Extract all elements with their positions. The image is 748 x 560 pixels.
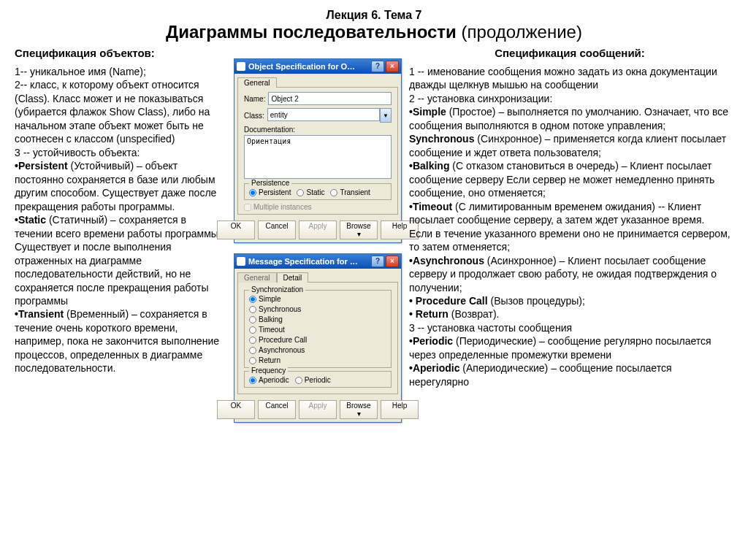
documentation-label: Documentation: bbox=[244, 126, 392, 134]
persistent-item: •Persistent (Устойчивый) – объект постоя… bbox=[15, 159, 226, 213]
objects-spec-heading: Спецификация объектов: bbox=[15, 47, 226, 59]
browse-button[interactable]: Browse ▾ bbox=[340, 220, 378, 239]
cancel-button[interactable]: Cancel bbox=[258, 400, 296, 419]
asynchronous-label: •Asynchronous bbox=[409, 255, 484, 266]
close-icon[interactable]: × bbox=[386, 61, 399, 72]
ok-button[interactable]: OK bbox=[217, 220, 255, 239]
asynchronous-item: •Asynchronous (Асинхронное) – Клиент пос… bbox=[409, 254, 730, 294]
radio-synchronous[interactable]: Synchronous bbox=[249, 305, 386, 313]
simple-label: •Simple bbox=[409, 106, 446, 118]
messages-spec-body: 1 -- именование сообщения можно задать и… bbox=[409, 65, 730, 388]
browse-button[interactable]: Browse ▾ bbox=[340, 400, 378, 419]
help-icon[interactable]: ? bbox=[371, 256, 384, 267]
radio-procedure-call-label: Procedure Call bbox=[259, 336, 307, 344]
class-label: Class: bbox=[244, 112, 264, 120]
tab-detail[interactable]: Detail bbox=[277, 272, 309, 283]
titlebar: Object Specification for O… ? × bbox=[234, 59, 401, 74]
radio-balking[interactable]: Balking bbox=[249, 315, 386, 323]
class-field[interactable] bbox=[267, 108, 380, 121]
balking-item: •Balking (С отказом становиться в очеред… bbox=[409, 159, 730, 199]
radio-simple[interactable]: Simple bbox=[249, 295, 386, 303]
synchronous-label: Synchronous bbox=[409, 133, 474, 145]
close-icon[interactable]: × bbox=[386, 256, 399, 267]
timeout-text: (С лимитированным временем ожидания) -- … bbox=[409, 201, 730, 253]
balking-label: •Balking bbox=[409, 160, 449, 172]
aperiodic-label: •Aperiodic bbox=[409, 362, 459, 374]
static-item: •Static (Статичный) – сохраняется в тече… bbox=[15, 213, 226, 307]
multiple-instances-label: Multiple instances bbox=[253, 203, 311, 211]
radio-timeout-label: Timeout bbox=[259, 326, 285, 334]
radio-aperiodic-label: Aperiodic bbox=[259, 376, 289, 384]
radio-aperiodic[interactable]: Aperiodic bbox=[249, 376, 289, 384]
radio-return[interactable]: Return bbox=[249, 356, 386, 364]
title-main: Диаграммы последовательности bbox=[166, 22, 457, 42]
lecture-label: Лекция 6. Тема 7 bbox=[15, 9, 733, 22]
app-icon bbox=[237, 62, 245, 71]
msg-point-1: 1 -- именование сообщения можно задать и… bbox=[409, 65, 730, 92]
obj-point-1: 1-- уникальное имя (Name); bbox=[15, 65, 226, 78]
message-spec-window: Message Specification for … ? × General … bbox=[234, 253, 402, 423]
radio-persistent[interactable]: Persistent bbox=[249, 188, 291, 196]
frequency-legend: Frequency bbox=[249, 367, 288, 375]
apply-button[interactable]: Apply bbox=[299, 400, 337, 419]
procedure-call-item: • Procedure Call (Вызов процедуры); bbox=[409, 294, 730, 307]
timeout-item: •Timeout (С лимитированным временем ожид… bbox=[409, 200, 730, 254]
dropdown-icon[interactable]: ▼ bbox=[380, 108, 392, 123]
obj-point-2: 2-- класс, к которому объект относится (… bbox=[15, 78, 226, 145]
msg-point-2: 2 -- установка синхронизации: bbox=[409, 92, 730, 105]
radio-simple-label: Simple bbox=[259, 295, 281, 303]
titlebar: Message Specification for … ? × bbox=[234, 254, 401, 269]
persistent-label: •Persistent bbox=[15, 160, 68, 172]
radio-asynchronous[interactable]: Asynchronous bbox=[249, 346, 386, 354]
radio-static[interactable]: Static bbox=[297, 188, 324, 196]
periodic-item: •Periodic (Периодические) – сообщение ре… bbox=[409, 334, 730, 361]
cancel-button[interactable]: Cancel bbox=[258, 220, 296, 239]
app-icon bbox=[237, 257, 245, 266]
radio-procedure-call[interactable]: Procedure Call bbox=[249, 336, 386, 344]
middle-column: Object Specification for O… ? × General … bbox=[234, 47, 402, 433]
radio-static-label: Static bbox=[306, 188, 324, 196]
return-label: • Return bbox=[409, 308, 449, 320]
msg-point-3: 3 -- установка частоты сообщения bbox=[409, 321, 730, 334]
simple-text: (Простое) – выполняется по умолчанию. Оз… bbox=[409, 106, 728, 131]
right-column: Спецификация сообщений: 1 -- именование … bbox=[409, 47, 730, 388]
tab-general[interactable]: General bbox=[237, 272, 277, 283]
radio-transient[interactable]: Transient bbox=[330, 188, 370, 196]
procedure-call-text: (Вызов процедуры); bbox=[488, 295, 585, 307]
persistence-legend: Persistence bbox=[249, 179, 291, 187]
radio-return-label: Return bbox=[259, 356, 280, 364]
page-header: Лекция 6. Тема 7 Диаграммы последователь… bbox=[15, 9, 733, 42]
transient-label: •Transient bbox=[15, 308, 64, 320]
name-field[interactable] bbox=[268, 92, 392, 105]
messages-spec-heading: Спецификация сообщений: bbox=[409, 47, 730, 59]
name-label: Name: bbox=[244, 95, 265, 103]
object-spec-window: Object Specification for O… ? × General … bbox=[234, 58, 402, 243]
obj-point-3: 3 -- устойчивость объекта: bbox=[15, 146, 226, 159]
timeout-label: •Timeout bbox=[409, 201, 452, 212]
radio-transient-label: Transient bbox=[340, 188, 370, 196]
radio-asynchronous-label: Asynchronous bbox=[259, 346, 305, 354]
return-item: • Return (Возврат). bbox=[409, 307, 730, 321]
balking-text: (С отказом становиться в очередь) – Клие… bbox=[409, 160, 714, 199]
left-column: Спецификация объектов: 1-- уникальное им… bbox=[15, 47, 226, 375]
procedure-call-label: • Procedure Call bbox=[409, 295, 488, 307]
ok-button[interactable]: OK bbox=[217, 400, 255, 419]
help-icon[interactable]: ? bbox=[371, 61, 384, 72]
return-text: (Возврат). bbox=[449, 308, 500, 320]
static-label: •Static bbox=[15, 214, 46, 226]
static-text: (Статичный) – сохраняется в течении всег… bbox=[15, 214, 221, 307]
tab-general[interactable]: General bbox=[237, 77, 277, 88]
radio-periodic[interactable]: Periodic bbox=[295, 376, 331, 384]
title-continuation: (продолжение) bbox=[457, 22, 582, 42]
periodic-text: (Периодические) – сообщение регулярно по… bbox=[409, 335, 711, 360]
apply-button[interactable]: Apply bbox=[299, 220, 337, 239]
documentation-field[interactable]: Ориентация bbox=[244, 135, 392, 179]
radio-balking-label: Balking bbox=[259, 315, 283, 323]
window-title: Message Specification for … bbox=[248, 257, 371, 266]
radio-periodic-label: Periodic bbox=[305, 376, 331, 384]
help-button[interactable]: Help bbox=[381, 400, 419, 419]
synchronization-legend: Synchronization bbox=[249, 285, 305, 294]
radio-timeout[interactable]: Timeout bbox=[249, 326, 386, 334]
page-title: Диаграммы последовательности (продолжени… bbox=[15, 22, 733, 42]
multiple-instances-check[interactable]: Multiple instances bbox=[244, 203, 392, 211]
